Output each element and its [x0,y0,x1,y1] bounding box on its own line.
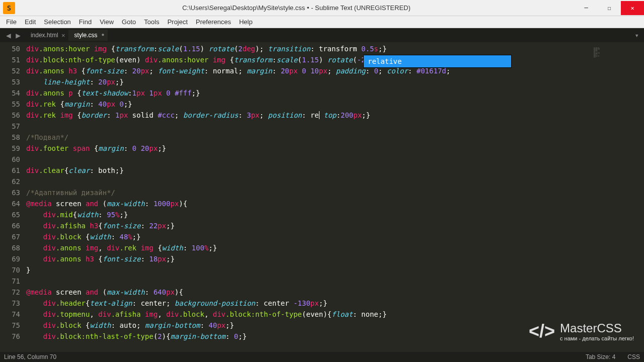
app-icon: S [3,2,15,14]
maximize-button[interactable]: ☐ [598,1,621,15]
line-number: 63 [0,187,26,198]
window-controls: ─ ☐ ✕ [575,1,644,15]
tab-index-html[interactable]: index.html [25,30,68,41]
menu-project[interactable]: Project [164,17,192,27]
line-number: 68 [0,242,26,253]
line-number: 59 [0,143,26,154]
line-number: 64 [0,198,26,209]
line-number: 58 [0,132,26,143]
line-number: 56 [0,110,26,121]
menu-find[interactable]: Find [75,17,96,27]
autocomplete-item-relative[interactable]: relative [364,55,511,67]
line-number: 50 [0,43,26,54]
gutter: 5051525354555657585960616263646566676869… [0,42,26,352]
menu-selection[interactable]: Selection [40,17,74,27]
line-number: 69 [0,253,26,264]
line-number: 55 [0,99,26,110]
close-button[interactable]: ✕ [621,1,644,15]
line-number: 76 [0,331,26,342]
line-number: 70 [0,264,26,276]
menu-tools[interactable]: Tools [140,17,163,27]
line-number: 73 [0,298,26,309]
line-number: 52 [0,65,26,76]
minimize-button[interactable]: ─ [575,1,598,15]
status-bar: Line 56, Column 70 Tab Size: 4 CSS [0,352,644,362]
line-number: 60 [0,154,26,165]
line-number: 53 [0,76,26,87]
menu-goto[interactable]: Goto [118,17,140,27]
tab-bar: ◀ ▶ index.html style.css ▾ [0,28,644,42]
line-number: 54 [0,87,26,99]
line-number: 72 [0,287,26,298]
line-number: 74 [0,309,26,320]
line-number: 67 [0,231,26,242]
menu-view[interactable]: View [96,17,118,27]
line-number: 62 [0,176,26,187]
window-title: C:\Users\Serega\Desktop\MySite\style.css… [18,4,575,12]
code-area[interactable]: div.anons:hover img {transform:scale(1.1… [26,42,589,352]
status-syntax[interactable]: CSS [627,353,640,360]
menu-bar: File Edit Selection Find View Goto Tools… [0,16,644,28]
title-bar: S C:\Users\Serega\Desktop\MySite\style.c… [0,0,644,16]
status-tab-size[interactable]: Tab Size: 4 [586,353,615,360]
line-number: 51 [0,54,26,65]
line-number: 75 [0,320,26,331]
autocomplete-popup[interactable]: relative [363,55,512,68]
line-number: 65 [0,209,26,220]
menu-help[interactable]: Help [235,17,257,27]
line-number: 71 [0,276,26,287]
tab-overflow-icon[interactable]: ▾ [630,31,644,39]
menu-file[interactable]: File [2,17,21,27]
tab-nav-arrows[interactable]: ◀ ▶ [2,31,25,40]
tab-style-css[interactable]: style.css [68,30,108,41]
line-number: 57 [0,121,26,132]
line-number: 66 [0,220,26,231]
line-number: 61 [0,165,26,176]
editor-area[interactable]: 5051525354555657585960616263646566676869… [0,42,644,352]
menu-edit[interactable]: Edit [21,17,40,27]
menu-preferences[interactable]: Preferences [192,17,235,27]
minimap[interactable]: ██ ███ █████ ██ █████ ██████ ███████ ██ … [589,42,644,352]
status-position[interactable]: Line 56, Column 70 [4,353,586,360]
